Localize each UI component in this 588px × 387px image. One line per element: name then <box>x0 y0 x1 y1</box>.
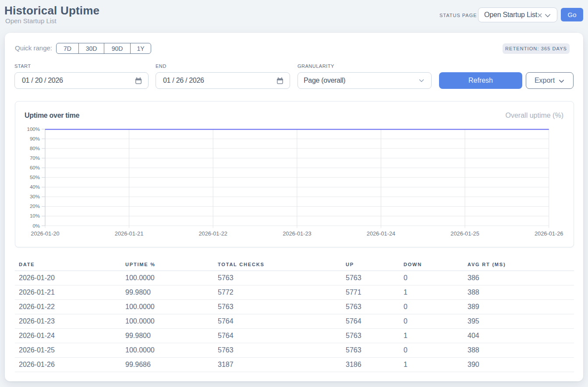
svg-text:90%: 90% <box>30 136 40 141</box>
svg-text:70%: 70% <box>30 155 40 161</box>
svg-text:10%: 10% <box>30 213 40 218</box>
svg-text:20%: 20% <box>30 204 40 209</box>
svg-text:100%: 100% <box>27 127 40 132</box>
svg-text:80%: 80% <box>30 146 40 151</box>
svg-text:2026-01-24: 2026-01-24 <box>367 230 395 237</box>
svg-text:2026-01-26: 2026-01-26 <box>535 230 563 237</box>
svg-text:2026-01-20: 2026-01-20 <box>31 230 59 237</box>
svg-text:40%: 40% <box>30 184 40 190</box>
svg-text:60%: 60% <box>30 165 40 170</box>
svg-text:50%: 50% <box>30 175 40 180</box>
svg-text:2026-01-25: 2026-01-25 <box>450 230 479 237</box>
svg-text:30%: 30% <box>30 194 40 199</box>
svg-text:2026-01-22: 2026-01-22 <box>198 230 227 237</box>
svg-text:0%: 0% <box>32 223 40 229</box>
svg-text:2026-01-23: 2026-01-23 <box>283 230 311 237</box>
svg-text:2026-01-21: 2026-01-21 <box>115 230 143 237</box>
